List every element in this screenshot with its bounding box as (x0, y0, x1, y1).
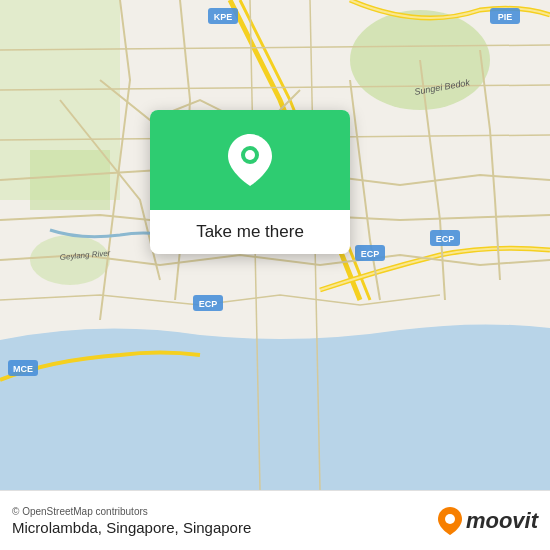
bottom-left: © OpenStreetMap contributors Microlambda… (12, 506, 251, 536)
popup-icon-area (150, 110, 350, 210)
moovit-logo: moovit (438, 507, 538, 535)
attribution: © OpenStreetMap contributors (12, 506, 251, 517)
moovit-text: moovit (466, 508, 538, 534)
svg-text:MCE: MCE (13, 364, 33, 374)
location-name: Microlambda, Singapore, Singapore (12, 519, 251, 536)
popup-card: Take me there (150, 110, 350, 254)
location-pin-icon (228, 134, 272, 186)
svg-point-20 (245, 150, 255, 160)
svg-text:PIE: PIE (498, 12, 513, 22)
svg-text:ECP: ECP (436, 234, 455, 244)
svg-rect-3 (30, 150, 110, 210)
take-me-there-button[interactable]: Take me there (180, 210, 320, 254)
svg-text:KPE: KPE (214, 12, 233, 22)
bottom-bar: © OpenStreetMap contributors Microlambda… (0, 490, 550, 550)
svg-text:ECP: ECP (361, 249, 380, 259)
svg-point-21 (445, 514, 455, 524)
moovit-pin-icon (438, 507, 462, 535)
map-container: KPE PIE ECP ECP ECP MCE Sungei Bedok Gey… (0, 0, 550, 490)
svg-text:ECP: ECP (199, 299, 218, 309)
